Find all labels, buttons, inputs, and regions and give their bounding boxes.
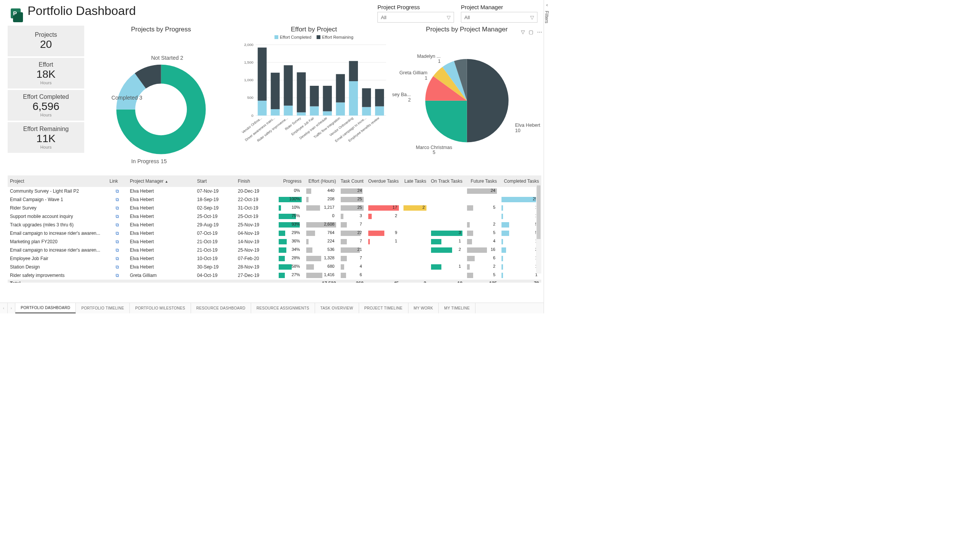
- tab-next[interactable]: ›: [8, 303, 15, 313]
- table-scrollbar[interactable]: [536, 185, 541, 273]
- table-row[interactable]: Email Campaign - Wave 1⧉Elva Hebert18-Se…: [8, 195, 541, 204]
- cell-finish: 27-Dec-19: [235, 271, 276, 280]
- svg-text:5: 5: [433, 150, 435, 155]
- link-icon[interactable]: ⧉: [114, 239, 121, 244]
- column-header[interactable]: Late Tasks: [401, 175, 429, 187]
- column-header[interactable]: Task Count: [338, 175, 366, 187]
- svg-rect-23: [297, 72, 306, 112]
- chart-projects-by-progress[interactable]: Projects by Progress In Progress 15Compl…: [87, 26, 235, 174]
- column-header[interactable]: Project: [8, 175, 107, 187]
- column-header[interactable]: Future Tasks: [465, 175, 499, 187]
- svg-text:10: 10: [515, 128, 520, 133]
- kpi-sublabel: Hours: [9, 145, 83, 149]
- link-icon[interactable]: ⧉: [114, 264, 121, 270]
- svg-text:Elva Hebert: Elva Hebert: [515, 123, 540, 128]
- filter-manager-select[interactable]: All ▽: [461, 12, 537, 23]
- table-row[interactable]: Station Design⧉Elva Hebert30-Sep-1928-No…: [8, 263, 541, 271]
- kpi-card: Effort Completed6,596Hours: [8, 90, 84, 121]
- tab-portfolio-timeline[interactable]: PORTFOLIO TIMELINE: [76, 303, 130, 313]
- svg-rect-25: [310, 106, 319, 116]
- cell-start: 25-Oct-19: [195, 212, 235, 221]
- tab-prev[interactable]: ‹: [0, 303, 8, 313]
- cell-finish: 28-Nov-19: [235, 263, 276, 271]
- more-icon[interactable]: ⋯: [537, 29, 542, 35]
- cell-finish: 25-Nov-19: [235, 246, 276, 254]
- svg-rect-26: [310, 86, 319, 106]
- tab-resource-assignments[interactable]: RESOURCE ASSIGNMENTS: [251, 303, 315, 313]
- table-row[interactable]: Email campaign to increase rider's aware…: [8, 229, 541, 237]
- kpi-card: Effort Remaining11KHours: [8, 122, 84, 153]
- tab-portfolio-dashboard[interactable]: PORTFOLIO DASHBOARD: [15, 303, 76, 313]
- cell-project: Email campaign to increase rider's aware…: [8, 229, 107, 237]
- column-header[interactable]: Finish: [235, 175, 276, 187]
- cell-start: 04-Oct-19: [195, 271, 235, 280]
- column-header[interactable]: Completed Tasks: [499, 175, 541, 187]
- table-row[interactable]: Email campaign to increase rider's aware…: [8, 246, 541, 254]
- table-row[interactable]: Track upgrades (miles 3 thru 6)⧉Elva Heb…: [8, 221, 541, 229]
- filter-progress-select[interactable]: All ▽: [377, 12, 454, 23]
- link-icon[interactable]: ⧉: [114, 256, 121, 261]
- cell-pm: Elva Hebert: [127, 212, 195, 221]
- kpi-label: Effort Completed: [9, 93, 83, 100]
- kpi-value: 20: [9, 38, 83, 51]
- tab-my-work[interactable]: MY WORK: [408, 303, 439, 313]
- tab-resource-dashboard[interactable]: RESOURCE DASHBOARD: [191, 303, 251, 313]
- chart-effort-by-project[interactable]: Effort by Project Effort CompletedEffort…: [239, 26, 388, 174]
- column-header[interactable]: Overdue Tasks: [366, 175, 401, 187]
- svg-text:2: 2: [408, 97, 411, 103]
- link-icon[interactable]: ⧉: [114, 214, 121, 219]
- svg-text:Completed 3: Completed 3: [111, 95, 142, 101]
- column-header[interactable]: Project Manager ▲: [127, 175, 195, 187]
- svg-rect-13: [258, 101, 267, 116]
- cell-project: Email campaign to increase rider's aware…: [8, 246, 107, 254]
- link-icon[interactable]: ⧉: [114, 231, 121, 236]
- table-row[interactable]: Marketing plan FY2020⧉Elva Hebert21-Oct-…: [8, 237, 541, 246]
- table-row[interactable]: Support mobile account inquiry⧉Elva Hebe…: [8, 212, 541, 221]
- cell-pm: Elva Hebert: [127, 221, 195, 229]
- link-icon[interactable]: ⧉: [114, 205, 121, 211]
- link-icon[interactable]: ⧉: [114, 197, 121, 202]
- bookmark-icon[interactable]: ▢: [529, 29, 533, 35]
- kpi-label: Effort: [9, 61, 83, 68]
- table-row[interactable]: Community Survey - Light Rail P2⧉Elva He…: [8, 187, 541, 195]
- cell-pm: Elva Hebert: [127, 204, 195, 212]
- svg-rect-19: [284, 106, 293, 116]
- column-header[interactable]: Progress: [276, 175, 304, 187]
- chevron-down-icon: ▽: [530, 15, 534, 20]
- svg-text:Madelyn ...: Madelyn ...: [417, 54, 441, 59]
- column-header[interactable]: Start: [195, 175, 235, 187]
- cell-project: Community Survey - Light Rail P2: [8, 187, 107, 195]
- tab-portfolio-milestones[interactable]: PORTFOLIO MILESTONES: [130, 303, 191, 313]
- column-header[interactable]: Effort (Hours): [304, 175, 338, 187]
- link-icon[interactable]: ⧉: [114, 273, 121, 278]
- report-tabs: ‹ › PORTFOLIO DASHBOARDPORTFOLIO TIMELIN…: [0, 303, 544, 313]
- table-row[interactable]: Rider safety improvements⧉Greta Gilliam0…: [8, 271, 541, 280]
- tab-project-timeline[interactable]: PROJECT TIMELINE: [359, 303, 408, 313]
- table-row[interactable]: Rider Survey⧉Elva Hebert02-Sep-1931-Oct-…: [8, 204, 541, 212]
- link-icon[interactable]: ⧉: [114, 188, 121, 194]
- tab-my-timeline[interactable]: MY TIMELINE: [439, 303, 475, 313]
- filter-icon[interactable]: ▽: [521, 29, 525, 35]
- link-icon[interactable]: ⧉: [114, 222, 121, 228]
- svg-text:In Progress 15: In Progress 15: [131, 158, 167, 164]
- visual-toolbar: ▽ ▢ ⋯: [521, 29, 542, 35]
- svg-rect-29: [323, 86, 332, 111]
- cell-finish: 07-Feb-20: [235, 254, 276, 263]
- table-row[interactable]: Employee Job Fair⧉Elva Hebert10-Oct-1907…: [8, 254, 541, 263]
- cell-finish: 25-Nov-19: [235, 221, 276, 229]
- tab-task-overview[interactable]: TASK OVERVIEW: [315, 303, 359, 313]
- chart-title: Projects by Progress: [131, 26, 191, 33]
- chart-projects-by-manager[interactable]: Projects by Project Manager Elva Hebert1…: [392, 26, 541, 174]
- cell-start: 30-Sep-19: [195, 263, 235, 271]
- link-icon[interactable]: ⧉: [114, 247, 121, 253]
- filters-pane-toggle[interactable]: Filters: [544, 0, 553, 313]
- cell-pm: Elva Hebert: [127, 237, 195, 246]
- cell-pm: Elva Hebert: [127, 229, 195, 237]
- cell-finish: 31-Oct-19: [235, 204, 276, 212]
- svg-rect-37: [362, 107, 371, 115]
- cell-start: 02-Sep-19: [195, 204, 235, 212]
- column-header[interactable]: Link: [107, 175, 127, 187]
- cell-start: 29-Aug-19: [195, 221, 235, 229]
- kpi-card: Effort18KHours: [8, 58, 84, 88]
- column-header[interactable]: On Track Tasks: [429, 175, 465, 187]
